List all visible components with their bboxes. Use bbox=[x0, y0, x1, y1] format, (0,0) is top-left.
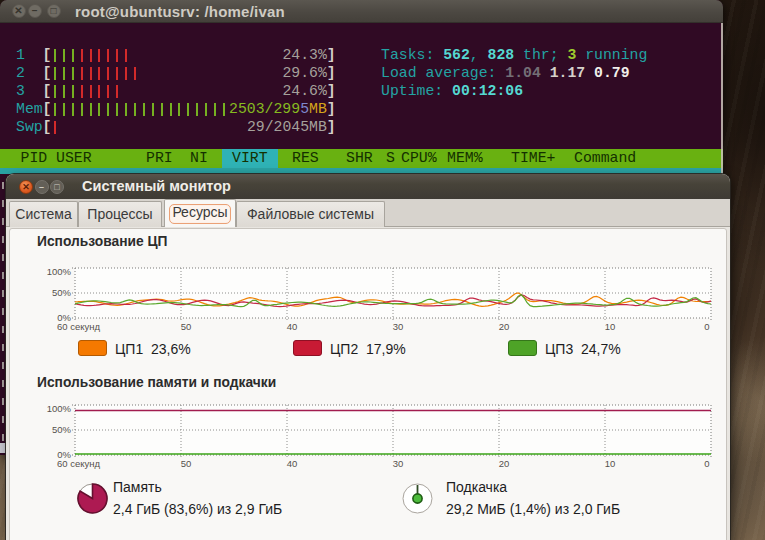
svg-text:30: 30 bbox=[393, 321, 404, 332]
svg-text:10: 10 bbox=[605, 458, 616, 469]
svg-text:50%: 50% bbox=[52, 287, 72, 298]
svg-text:100%: 100% bbox=[47, 266, 72, 277]
svg-text:10: 10 bbox=[605, 321, 616, 332]
svg-text:40: 40 bbox=[287, 458, 298, 469]
svg-text:50: 50 bbox=[181, 458, 192, 469]
svg-text:60 секунд: 60 секунд bbox=[57, 321, 100, 332]
svg-text:60 секунд: 60 секунд bbox=[57, 458, 100, 469]
svg-text:30: 30 bbox=[393, 458, 404, 469]
svg-text:0: 0 bbox=[704, 321, 709, 332]
svg-text:0: 0 bbox=[704, 458, 709, 469]
svg-text:50: 50 bbox=[181, 321, 192, 332]
svg-text:20: 20 bbox=[499, 458, 510, 469]
svg-text:40: 40 bbox=[287, 321, 298, 332]
svg-text:50%: 50% bbox=[52, 424, 72, 435]
svg-text:20: 20 bbox=[499, 321, 510, 332]
svg-text:100%: 100% bbox=[47, 403, 72, 414]
